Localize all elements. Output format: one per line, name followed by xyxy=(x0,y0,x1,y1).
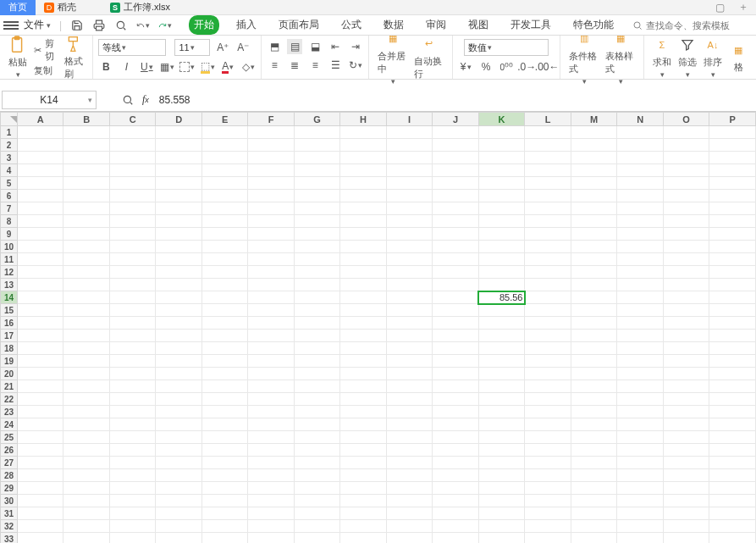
cell-B23[interactable] xyxy=(63,406,109,418)
cell-M30[interactable] xyxy=(571,495,617,507)
filter-button[interactable]: 筛选 xyxy=(675,34,700,80)
cell-B14[interactable] xyxy=(63,291,109,304)
cell-I17[interactable] xyxy=(386,330,432,342)
cell-E12[interactable] xyxy=(201,266,247,279)
cell-N21[interactable] xyxy=(617,380,663,393)
cell-L7[interactable] xyxy=(525,202,571,215)
cell-E5[interactable] xyxy=(201,177,247,190)
cell-N31[interactable] xyxy=(617,507,663,520)
cell-P7[interactable] xyxy=(709,202,756,215)
column-header-G[interactable]: G xyxy=(294,113,340,126)
cell-G9[interactable] xyxy=(294,228,340,241)
cell-N22[interactable] xyxy=(617,393,663,406)
cell-A1[interactable] xyxy=(17,126,63,139)
cell-E19[interactable] xyxy=(201,355,247,368)
fill-shape-button[interactable] xyxy=(179,59,195,75)
cell-C24[interactable] xyxy=(109,418,155,431)
decrease-indent-button[interactable]: ⇤ xyxy=(328,39,343,54)
cell-I8[interactable] xyxy=(386,215,432,228)
cell-E21[interactable] xyxy=(201,380,247,393)
cell-H19[interactable] xyxy=(340,355,386,368)
copy-button[interactable]: 复制 xyxy=(34,64,58,77)
cell-J8[interactable] xyxy=(433,215,478,228)
cell-B33[interactable] xyxy=(63,533,109,544)
ribbon-tab-page-layout[interactable]: 页面布局 xyxy=(273,15,324,35)
fx-button[interactable]: fx xyxy=(142,93,149,106)
cell-N18[interactable] xyxy=(617,342,663,355)
cell-I24[interactable] xyxy=(386,418,432,431)
cell-I9[interactable] xyxy=(386,228,432,241)
justify-button[interactable]: ☰ xyxy=(328,58,343,73)
save-icon[interactable] xyxy=(70,19,84,32)
cell-F23[interactable] xyxy=(248,406,294,418)
cell-P23[interactable] xyxy=(709,406,756,418)
cell-D3[interactable] xyxy=(156,152,201,164)
cell-E24[interactable] xyxy=(201,418,247,431)
ribbon-tab-start[interactable]: 开始 xyxy=(189,15,219,35)
command-search-input[interactable] xyxy=(646,20,731,30)
cell-D29[interactable] xyxy=(156,482,201,495)
cell-P3[interactable] xyxy=(709,152,756,164)
cell-I15[interactable] xyxy=(386,304,432,317)
cell-G11[interactable] xyxy=(294,253,340,266)
cell-B16[interactable] xyxy=(63,317,109,330)
cell-M32[interactable] xyxy=(571,520,617,533)
cell-H10[interactable] xyxy=(340,241,386,253)
cell-M27[interactable] xyxy=(571,457,617,469)
cell-B5[interactable] xyxy=(63,177,109,190)
cell-L26[interactable] xyxy=(525,444,571,457)
cell-K2[interactable] xyxy=(478,139,525,152)
align-top-button[interactable]: ⬒ xyxy=(267,39,282,54)
cell-N11[interactable] xyxy=(617,253,663,266)
column-header-N[interactable]: N xyxy=(617,113,663,126)
cell-H28[interactable] xyxy=(340,469,386,482)
merge-center-button[interactable]: ▦ 合并居中 xyxy=(374,28,411,87)
row-header-21[interactable]: 21 xyxy=(1,380,18,393)
cell-E20[interactable] xyxy=(201,368,247,380)
cell-P20[interactable] xyxy=(709,368,756,380)
cell-E6[interactable] xyxy=(201,190,247,202)
cell-M12[interactable] xyxy=(571,266,617,279)
row-header-1[interactable]: 1 xyxy=(1,126,18,139)
cell-O10[interactable] xyxy=(663,241,709,253)
cell-C4[interactable] xyxy=(109,164,155,177)
cell-D22[interactable] xyxy=(156,393,201,406)
cell-N6[interactable] xyxy=(617,190,663,202)
cell-A33[interactable] xyxy=(17,533,63,544)
cell-C6[interactable] xyxy=(109,190,155,202)
cell-K1[interactable] xyxy=(478,126,525,139)
cell-J25[interactable] xyxy=(433,431,478,444)
cell-M10[interactable] xyxy=(571,241,617,253)
cell-H2[interactable] xyxy=(340,139,386,152)
cell-K23[interactable] xyxy=(478,406,525,418)
row-header-22[interactable]: 22 xyxy=(1,393,18,406)
increase-decimal-button[interactable]: .0→ xyxy=(519,59,534,75)
column-header-I[interactable]: I xyxy=(386,113,432,126)
table-style-button[interactable]: ▦ 表格样式 xyxy=(602,28,638,87)
cell-A4[interactable] xyxy=(17,164,63,177)
cell-O19[interactable] xyxy=(663,355,709,368)
cell-A10[interactable] xyxy=(17,241,63,253)
cell-L22[interactable] xyxy=(525,393,571,406)
cell-D11[interactable] xyxy=(156,253,201,266)
cell-L32[interactable] xyxy=(525,520,571,533)
cell-F7[interactable] xyxy=(248,202,294,215)
cell-J30[interactable] xyxy=(433,495,478,507)
cell-E25[interactable] xyxy=(201,431,247,444)
cell-C16[interactable] xyxy=(109,317,155,330)
row-header-3[interactable]: 3 xyxy=(1,152,18,164)
cell-O24[interactable] xyxy=(663,418,709,431)
ribbon-tab-insert[interactable]: 插入 xyxy=(231,15,262,35)
cell-A11[interactable] xyxy=(17,253,63,266)
cell-F24[interactable] xyxy=(248,418,294,431)
cell-J16[interactable] xyxy=(433,317,478,330)
cell-N2[interactable] xyxy=(617,139,663,152)
cell-D31[interactable] xyxy=(156,507,201,520)
italic-button[interactable]: I xyxy=(119,59,134,75)
cell-L11[interactable] xyxy=(525,253,571,266)
cell-F6[interactable] xyxy=(248,190,294,202)
cell-A27[interactable] xyxy=(17,457,63,469)
cell-N12[interactable] xyxy=(617,266,663,279)
cell-O13[interactable] xyxy=(663,279,709,291)
cell-P16[interactable] xyxy=(709,317,756,330)
